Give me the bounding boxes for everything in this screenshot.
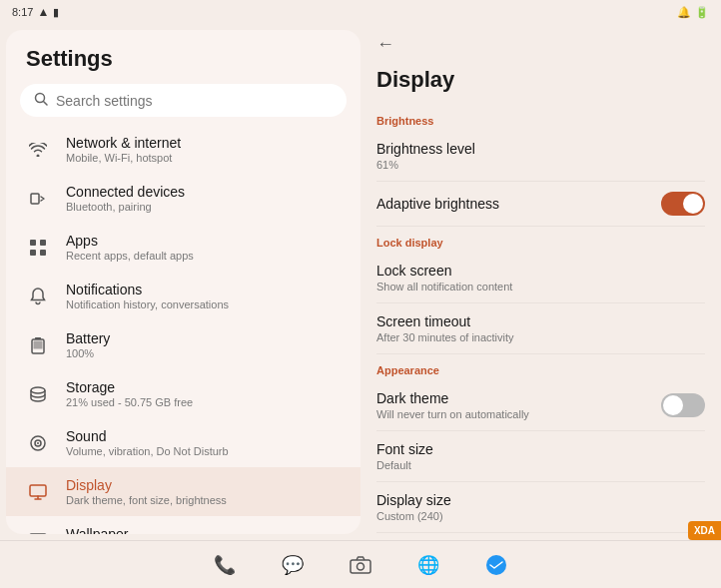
status-wifi-icon: ▮ (53, 6, 59, 19)
settings-panel: Settings (6, 30, 360, 534)
bottom-nav: 📞 💬 🌐 (0, 540, 721, 588)
display-size-subtitle: Custom (240) (376, 510, 705, 522)
sidebar-item-notifications[interactable]: Notifications Notification history, conv… (6, 272, 360, 320)
notifications-subtitle: Notification history, conversations (66, 298, 229, 310)
toggle-knob (683, 194, 703, 214)
sidebar-item-sound[interactable]: Sound Volume, vibration, Do Not Disturb (6, 418, 360, 467)
lock-screen-item[interactable]: Lock screen Show all notification conten… (376, 253, 705, 303)
sidebar-item-apps[interactable]: Apps Recent apps, default apps (6, 223, 360, 272)
nav-browser[interactable]: 🌐 (410, 547, 446, 583)
nav-phone[interactable]: 📞 (207, 547, 243, 583)
sidebar-item-network[interactable]: Network & internet Mobile, Wi-Fi, hotspo… (6, 125, 360, 174)
svg-point-13 (37, 442, 39, 444)
status-right: 🔔 🔋 (677, 6, 709, 19)
nav-camera[interactable] (343, 547, 378, 583)
svg-rect-18 (351, 560, 370, 573)
status-bar: 8:17 ▲ ▮ 🔔 🔋 (0, 0, 721, 24)
search-icon (34, 92, 48, 109)
lock-screen-text: Lock screen Show all notification conten… (376, 263, 705, 293)
sound-title: Sound (66, 428, 229, 444)
toggle-knob-dark (663, 395, 683, 415)
apps-icon (26, 236, 50, 260)
svg-rect-6 (40, 250, 46, 256)
svg-rect-15 (30, 534, 46, 535)
sidebar-item-display[interactable]: Display Dark theme, font size, brightnes… (6, 467, 360, 516)
dark-theme-title: Dark theme (376, 390, 661, 406)
screen-timeout-text: Screen timeout After 30 minutes of inact… (376, 313, 705, 343)
storage-text: Storage 21% used - 50.75 GB free (66, 379, 193, 408)
nav-telegram[interactable] (478, 547, 514, 583)
network-subtitle: Mobile, Wi-Fi, hotspot (66, 152, 181, 164)
connected-subtitle: Bluetooth, pairing (66, 201, 185, 213)
notifications-title: Notifications (66, 282, 229, 297)
sidebar-item-wallpaper[interactable]: Wallpaper Home, lock screen (6, 516, 360, 534)
search-bar[interactable] (20, 84, 347, 117)
font-size-text: Font size Default (376, 441, 705, 471)
dark-theme-item[interactable]: Dark theme Will never turn on automatica… (376, 380, 705, 431)
connected-icon (26, 187, 50, 211)
dark-theme-text: Dark theme Will never turn on automatica… (376, 390, 661, 420)
sidebar-item-battery[interactable]: Battery 100% (6, 320, 360, 369)
settings-title: Settings (6, 30, 360, 80)
font-size-title: Font size (376, 441, 705, 457)
font-size-item[interactable]: Font size Default (376, 431, 705, 482)
svg-rect-9 (34, 340, 43, 348)
screen-timeout-item[interactable]: Screen timeout After 30 minutes of inact… (376, 303, 705, 354)
notifications-icon (26, 285, 50, 308)
svg-rect-8 (35, 337, 41, 339)
main-layout: Settings (0, 24, 721, 540)
apps-title: Apps (66, 233, 194, 249)
screen-timeout-title: Screen timeout (376, 313, 705, 329)
svg-rect-3 (30, 240, 36, 246)
display-panel-title: Display (376, 59, 705, 105)
brightness-section-header: Brightness (376, 105, 705, 131)
lock-display-section-header: Lock display (376, 227, 705, 253)
display-subtitle-sidebar: Dark theme, font size, brightness (66, 494, 227, 506)
display-size-text: Display size Custom (240) (376, 492, 705, 522)
status-battery-icon: 🔋 (695, 6, 709, 19)
network-text: Network & internet Mobile, Wi-Fi, hotspo… (66, 135, 181, 164)
sidebar-item-connected[interactable]: Connected devices Bluetooth, pairing (6, 174, 360, 223)
svg-rect-14 (30, 485, 46, 496)
status-left: 8:17 ▲ ▮ (12, 5, 59, 19)
display-panel: ← Display Brightness Brightness level 61… (360, 24, 721, 540)
svg-point-10 (31, 387, 45, 393)
svg-line-1 (44, 102, 48, 106)
sidebar-item-storage[interactable]: Storage 21% used - 50.75 GB free (6, 369, 360, 418)
sound-icon (26, 431, 50, 455)
svg-point-19 (358, 563, 364, 570)
color-section-header: Color (376, 533, 705, 540)
battery-icon (26, 333, 50, 357)
display-size-item[interactable]: Display size Custom (240) (376, 482, 705, 533)
battery-text: Battery 100% (66, 330, 110, 359)
adaptive-brightness-text: Adaptive brightness (376, 196, 661, 212)
status-volume-icon: 🔔 (677, 6, 691, 19)
back-button[interactable]: ← (376, 24, 705, 59)
status-time: 8:17 (12, 6, 33, 18)
adaptive-brightness-toggle[interactable] (661, 192, 705, 216)
svg-rect-5 (30, 250, 36, 256)
wifi-icon (26, 138, 50, 162)
appearance-section-header: Appearance (376, 354, 705, 380)
search-input[interactable] (56, 93, 333, 109)
settings-list: Network & internet Mobile, Wi-Fi, hotspo… (6, 125, 360, 534)
screen-timeout-subtitle: After 30 minutes of inactivity (376, 331, 705, 343)
battery-title: Battery (66, 330, 110, 346)
apps-subtitle: Recent apps, default apps (66, 250, 194, 262)
network-title: Network & internet (66, 135, 181, 151)
status-nav-icon: ▲ (37, 5, 49, 19)
svg-point-20 (486, 555, 506, 575)
brightness-level-subtitle: 61% (376, 159, 705, 171)
apps-text: Apps Recent apps, default apps (66, 233, 194, 262)
dark-theme-subtitle: Will never turn on automatically (376, 408, 661, 420)
notifications-text: Notifications Notification history, conv… (66, 282, 229, 310)
connected-title: Connected devices (66, 184, 185, 200)
display-icon (26, 480, 50, 504)
adaptive-brightness-item[interactable]: Adaptive brightness (376, 182, 705, 227)
brightness-level-item[interactable]: Brightness level 61% (376, 131, 705, 182)
storage-title: Storage (66, 379, 193, 395)
storage-subtitle: 21% used - 50.75 GB free (66, 396, 193, 408)
nav-messages[interactable]: 💬 (275, 547, 311, 583)
battery-subtitle: 100% (66, 347, 110, 359)
dark-theme-toggle[interactable] (661, 393, 705, 417)
